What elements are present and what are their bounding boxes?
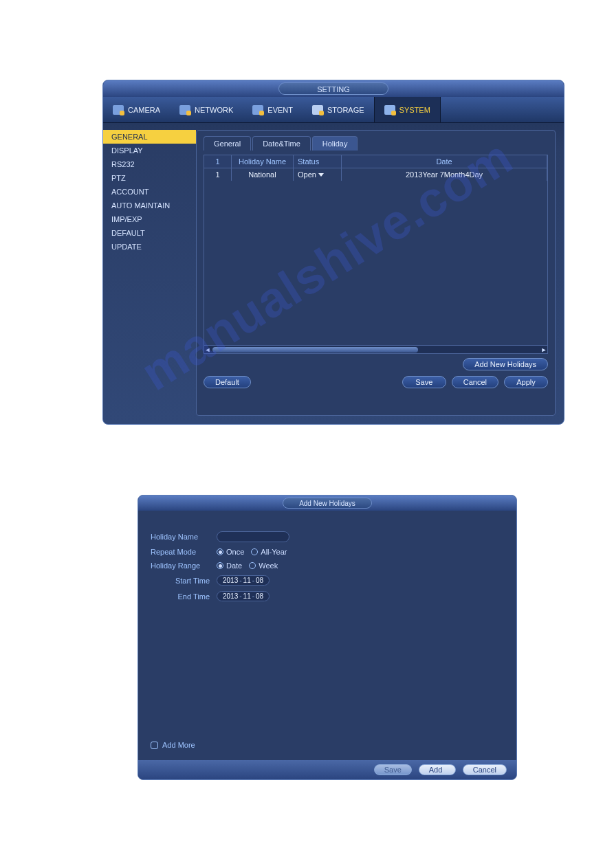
sidebar-item-rs232[interactable]: RS232 xyxy=(103,157,196,171)
dialog-title-bar: Add New Holidays xyxy=(138,496,516,511)
col-name: Holiday Name xyxy=(232,155,294,168)
panel-body: GENERAL DISPLAY RS232 PTZ ACCOUNT AUTO M… xyxy=(103,123,564,424)
default-button[interactable]: Default xyxy=(204,376,251,388)
radio-all-year[interactable]: All-Year xyxy=(251,548,287,556)
label-holiday-range: Holiday Range xyxy=(151,561,210,570)
radio-label: Date xyxy=(226,561,242,570)
add-new-holidays-dialog: Add New Holidays Holiday Name Repeat Mod… xyxy=(138,495,517,780)
row-end-time: End Time 2013- 11- 08 xyxy=(151,591,504,601)
row-holiday-name: Holiday Name xyxy=(151,531,504,542)
add-new-row: Add New Holidays xyxy=(204,358,548,370)
camera-icon xyxy=(113,105,124,115)
sidebar-item-update[interactable]: UPDATE xyxy=(103,240,196,254)
end-month: 11 xyxy=(243,592,251,600)
sidebar-item-imp-exp[interactable]: IMP/EXP xyxy=(103,212,196,226)
window-title: SETTING xyxy=(278,82,388,95)
topnav-label: NETWORK xyxy=(195,106,233,114)
end-day: 08 xyxy=(256,592,263,600)
radio-icon xyxy=(217,562,223,569)
topnav-label: CAMERA xyxy=(128,106,160,114)
horizontal-scrollbar[interactable]: ◄ ► xyxy=(204,345,547,353)
dialog-save-button[interactable]: Save xyxy=(374,764,412,775)
add-more-row[interactable]: Add More xyxy=(151,741,504,753)
cell-date: 2013Year 7Month4Day xyxy=(342,168,547,181)
start-time-input[interactable]: 2013- 11- 08 xyxy=(217,575,270,586)
radio-date[interactable]: Date xyxy=(217,561,242,570)
topnav-storage[interactable]: STORAGE xyxy=(303,97,374,122)
topnav-label: SYSTEM xyxy=(399,106,430,114)
label-end-time: End Time xyxy=(151,592,210,601)
radio-label: Week xyxy=(259,561,278,570)
row-repeat-mode: Repeat Mode Once All-Year xyxy=(151,548,504,556)
topnav-system[interactable]: SYSTEM xyxy=(374,97,441,122)
holiday-name-input[interactable] xyxy=(217,531,289,542)
radio-week[interactable]: Week xyxy=(249,561,278,570)
add-more-label: Add More xyxy=(162,741,195,749)
checkbox-icon[interactable] xyxy=(151,742,158,749)
label-holiday-name: Holiday Name xyxy=(151,533,210,541)
sidebar-item-default[interactable]: DEFAULT xyxy=(103,226,196,240)
top-nav: CAMERA NETWORK EVENT STORAGE SYSTEM xyxy=(103,97,564,123)
table-header: 1 Holiday Name Status Date xyxy=(204,155,547,168)
radio-icon xyxy=(251,548,258,555)
system-icon xyxy=(384,105,395,115)
radio-icon xyxy=(249,562,256,569)
chevron-down-icon xyxy=(318,173,324,177)
tab-holiday[interactable]: Holiday xyxy=(312,136,358,151)
end-year: 2013 xyxy=(223,592,238,600)
dialog-add-button[interactable]: Add xyxy=(419,764,456,775)
cancel-button[interactable]: Cancel xyxy=(452,376,498,388)
col-index: 1 xyxy=(204,155,232,168)
cell-status[interactable]: Open xyxy=(294,168,342,181)
row-start-time: Start Time 2013- 11- 08 xyxy=(151,575,504,586)
table-row[interactable]: 1 National Open 2013Year 7Month4Day xyxy=(204,168,547,181)
sidebar: GENERAL DISPLAY RS232 PTZ ACCOUNT AUTO M… xyxy=(103,123,196,424)
radio-label: All-Year xyxy=(261,548,287,556)
cell-index: 1 xyxy=(204,168,232,181)
title-bar: SETTING xyxy=(103,80,564,97)
sidebar-item-general[interactable]: GENERAL xyxy=(103,130,196,144)
dialog-title: Add New Holidays xyxy=(283,498,372,509)
sidebar-item-ptz[interactable]: PTZ xyxy=(103,171,196,185)
save-button[interactable]: Save xyxy=(402,376,446,388)
cell-name: National xyxy=(232,168,294,181)
network-icon xyxy=(179,105,190,115)
status-dropdown[interactable]: Open xyxy=(298,170,324,179)
holiday-table: 1 Holiday Name Status Date 1 National Op… xyxy=(204,155,548,354)
dialog-body: Holiday Name Repeat Mode Once All-Year H… xyxy=(138,511,516,760)
label-start-time: Start Time xyxy=(151,577,210,585)
row-holiday-range: Holiday Range Date Week xyxy=(151,561,504,570)
subtabs: General Date&Time Holiday xyxy=(204,136,548,151)
end-time-input[interactable]: 2013- 11- 08 xyxy=(217,591,270,601)
scroll-right-icon[interactable]: ► xyxy=(540,346,547,353)
scroll-left-icon[interactable]: ◄ xyxy=(204,346,211,353)
topnav-camera[interactable]: CAMERA xyxy=(103,97,170,122)
sidebar-item-auto-maintain[interactable]: AUTO MAINTAIN xyxy=(103,199,196,212)
bottom-buttons: Default Save Cancel Apply xyxy=(204,376,548,388)
tab-general[interactable]: General xyxy=(204,136,251,151)
content-area: General Date&Time Holiday 1 Holiday Name… xyxy=(196,130,556,416)
add-new-holidays-button[interactable]: Add New Holidays xyxy=(463,358,548,370)
topnav-label: STORAGE xyxy=(327,106,364,114)
radio-icon xyxy=(217,548,223,555)
start-year: 2013 xyxy=(223,577,238,584)
event-icon xyxy=(252,105,263,115)
start-day: 08 xyxy=(256,577,263,584)
dialog-footer: Save Add Cancel xyxy=(138,760,516,779)
col-date: Date xyxy=(342,155,547,168)
topnav-event[interactable]: EVENT xyxy=(243,97,303,122)
topnav-network[interactable]: NETWORK xyxy=(170,97,243,122)
tab-datetime[interactable]: Date&Time xyxy=(252,136,311,151)
label-repeat-mode: Repeat Mode xyxy=(151,548,210,556)
radio-once[interactable]: Once xyxy=(217,548,244,556)
apply-button[interactable]: Apply xyxy=(504,376,548,388)
storage-icon xyxy=(312,105,323,115)
start-month: 11 xyxy=(243,577,251,584)
topnav-label: EVENT xyxy=(267,106,293,114)
status-value: Open xyxy=(298,170,316,179)
scroll-thumb[interactable] xyxy=(212,347,418,353)
sidebar-item-display[interactable]: DISPLAY xyxy=(103,144,196,157)
setting-window: SETTING CAMERA NETWORK EVENT STORAGE SYS… xyxy=(102,80,564,425)
dialog-cancel-button[interactable]: Cancel xyxy=(463,764,507,775)
sidebar-item-account[interactable]: ACCOUNT xyxy=(103,185,196,199)
